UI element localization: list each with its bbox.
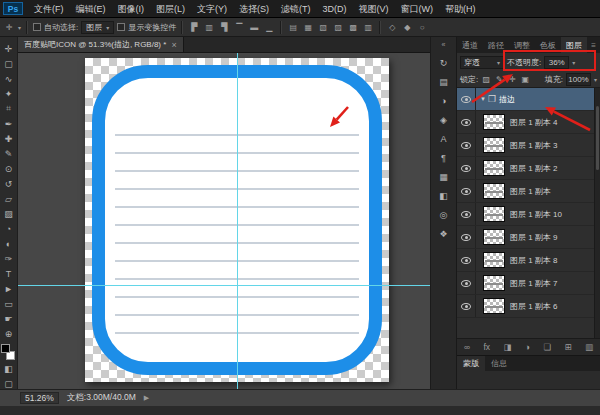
visibility-toggle[interactable] <box>457 226 476 248</box>
type-tool[interactable]: T <box>1 266 17 281</box>
zoom-tool[interactable]: ⊕ <box>1 326 17 341</box>
visibility-toggle[interactable] <box>457 203 476 225</box>
layer-effects-icon[interactable]: fx <box>483 342 490 352</box>
color-swatches[interactable] <box>1 344 16 361</box>
visibility-toggle[interactable] <box>457 88 476 110</box>
zoom-level-field[interactable]: 51.26% <box>20 392 59 404</box>
lock-transparency-icon[interactable]: ▨ <box>481 75 491 84</box>
blur-tool[interactable]: ◔ <box>1 221 17 236</box>
menu-edit[interactable]: 编辑(E) <box>70 0 112 18</box>
visibility-toggle[interactable] <box>457 157 476 179</box>
menu-3d[interactable]: 3D(D) <box>317 0 353 18</box>
marquee-tool[interactable]: ▢ <box>1 56 17 71</box>
layer-row[interactable]: 图层 1 副本 4 <box>457 111 600 134</box>
history-brush-tool[interactable]: ↺ <box>1 176 17 191</box>
blend-mode-dropdown[interactable]: 穿透 ▾ <box>460 56 504 69</box>
document-tab[interactable]: 百度贴吧ICON @ 51.3%(描边, RGB/8) * × <box>18 37 184 52</box>
group-expander-icon[interactable]: ▼ <box>480 96 486 102</box>
dodge-tool[interactable]: ◐ <box>1 236 17 251</box>
quick-mask-button[interactable]: ◧ <box>1 361 17 376</box>
gradient-tool[interactable]: ▨ <box>1 206 17 221</box>
panel-menu-icon[interactable]: ≡ <box>587 37 600 53</box>
shape-tool[interactable]: ▭ <box>1 296 17 311</box>
tab-info[interactable]: 信息 <box>485 356 513 371</box>
menu-window[interactable]: 窗口(W) <box>395 0 440 18</box>
align-middle-button[interactable]: ▬ <box>248 21 260 34</box>
adjustments-panel-icon[interactable]: ◑ <box>435 94 452 107</box>
link-layers-icon[interactable]: ∞ <box>464 342 470 352</box>
properties-panel-icon[interactable]: ▤ <box>435 75 452 88</box>
opacity-value-field[interactable]: 36% <box>544 56 569 69</box>
visibility-toggle[interactable] <box>457 295 476 317</box>
align-top-button[interactable]: ▔ <box>233 21 245 34</box>
layer-row-group[interactable]: ▼ ❐ 描边 <box>457 88 600 111</box>
auto-select-target-dropdown[interactable]: 图层 ▾ <box>81 21 114 34</box>
layer-row[interactable]: 图层 1 副本 2 <box>457 157 600 180</box>
styles-panel-icon[interactable]: ◈ <box>435 113 452 126</box>
menu-file[interactable]: 文件(F) <box>28 0 70 18</box>
character-panel-icon[interactable]: A <box>435 132 452 145</box>
align-right-button[interactable]: ▜ <box>218 21 230 34</box>
healing-brush-tool[interactable]: ✚ <box>1 131 17 146</box>
visibility-toggle[interactable] <box>457 272 476 294</box>
canvas-area[interactable] <box>18 53 430 389</box>
tab-layers[interactable]: 图层 <box>561 37 587 53</box>
scrollbar-thumb[interactable] <box>596 106 599 170</box>
fill-value-field[interactable]: 100% <box>566 73 591 86</box>
distribute-center-button[interactable]: ▩ <box>347 21 359 34</box>
lasso-tool[interactable]: ∿ <box>1 71 17 86</box>
layer-row[interactable]: 图层 1 副本 10 <box>457 203 600 226</box>
layer-row[interactable]: 图层 1 副本 3 <box>457 134 600 157</box>
add-mask-icon[interactable]: ◨ <box>503 342 511 352</box>
layer-row[interactable]: 图层 1 副本 9 <box>457 226 600 249</box>
tool-preset-caret-icon[interactable]: ▾ <box>18 24 21 31</box>
tool-preset-icon[interactable]: ✛ <box>3 21 15 34</box>
3d-mode-button[interactable]: ○ <box>416 21 428 34</box>
tab-masks[interactable]: 蒙版 <box>457 356 485 371</box>
opacity-caret-icon[interactable]: ▾ <box>572 59 575 66</box>
visibility-toggle[interactable] <box>457 134 476 156</box>
delete-layer-icon[interactable]: ▥ <box>585 342 593 352</box>
move-tool[interactable]: ✛ <box>1 41 17 56</box>
3d-mode-button[interactable]: ◇ <box>386 21 398 34</box>
layer-row[interactable]: 图层 1 副本 6 <box>457 295 600 318</box>
distribute-top-button[interactable]: ▤ <box>287 21 299 34</box>
visibility-toggle[interactable] <box>457 111 476 133</box>
pen-tool[interactable]: ✑ <box>1 251 17 266</box>
layer-row[interactable]: 图层 1 副本 <box>457 180 600 203</box>
status-options-icon[interactable]: ▶ <box>144 394 149 402</box>
tab-paths[interactable]: 路径 <box>483 37 509 53</box>
distribute-bottom-button[interactable]: ▧ <box>317 21 329 34</box>
clone-stamp-tool[interactable]: ⊙ <box>1 161 17 176</box>
lock-all-icon[interactable]: ▣ <box>520 75 530 84</box>
close-icon[interactable]: × <box>171 40 176 50</box>
eraser-tool[interactable]: ▱ <box>1 191 17 206</box>
eyedropper-tool[interactable]: ✒ <box>1 116 17 131</box>
align-bottom-button[interactable]: ▁ <box>263 21 275 34</box>
layer-row[interactable]: 图层 1 副本 8 <box>457 249 600 272</box>
layer-row[interactable]: 图层 1 副本 7 <box>457 272 600 295</box>
menu-type[interactable]: 文字(Y) <box>191 0 233 18</box>
visibility-toggle[interactable] <box>457 180 476 202</box>
navigator-panel-icon[interactable]: ❖ <box>435 227 452 240</box>
color-panel-icon[interactable]: ◧ <box>435 189 452 202</box>
brush-tool[interactable]: ✎ <box>1 146 17 161</box>
hand-tool[interactable]: ☛ <box>1 311 17 326</box>
expand-panels-icon[interactable]: « <box>442 39 446 50</box>
menu-select[interactable]: 选择(S) <box>233 0 275 18</box>
lock-position-icon[interactable]: ✛ <box>507 75 517 84</box>
fill-caret-icon[interactable]: ▾ <box>594 76 597 83</box>
visibility-toggle[interactable] <box>457 249 476 271</box>
layers-scrollbar[interactable] <box>594 88 600 338</box>
menu-layer[interactable]: 图层(L) <box>150 0 191 18</box>
menu-help[interactable]: 帮助(H) <box>439 0 482 18</box>
tab-adjustments[interactable]: 调整 <box>509 37 535 53</box>
distribute-middle-button[interactable]: ▦ <box>302 21 314 34</box>
3d-mode-button[interactable]: ◆ <box>401 21 413 34</box>
align-center-button[interactable]: ▥ <box>203 21 215 34</box>
crop-tool[interactable]: ⌗ <box>1 101 17 116</box>
distribute-left-button[interactable]: ▨ <box>332 21 344 34</box>
align-left-button[interactable]: ▛ <box>188 21 200 34</box>
show-transform-checkbox[interactable] <box>117 23 125 31</box>
auto-select-checkbox[interactable] <box>33 23 41 31</box>
